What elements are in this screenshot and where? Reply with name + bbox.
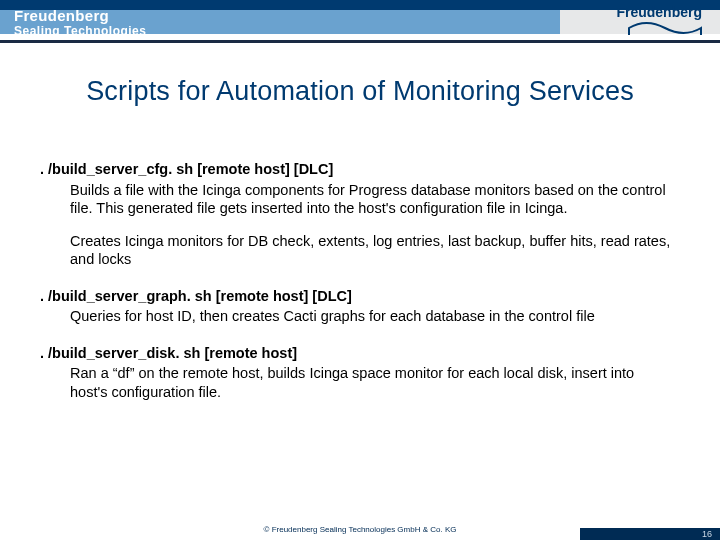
slide: Freudenberg Sealing Technologies Freuden… [0, 0, 720, 540]
script-2-description: Queries for host ID, then creates Cacti … [70, 307, 672, 326]
slide-content: . /build_server_cfg. sh [remote host] [D… [40, 160, 672, 419]
slide-footer: © Freudenberg Sealing Technologies GmbH … [0, 518, 720, 540]
script-1-description-2: Creates Icinga monitors for DB check, ex… [70, 232, 672, 269]
script-2-command: . /build_server_graph. sh [remote host] … [40, 287, 672, 306]
slide-title: Scripts for Automation of Monitoring Ser… [0, 76, 720, 107]
header-thin-line [0, 40, 720, 43]
slide-header: Freudenberg Sealing Technologies Freuden… [0, 0, 720, 64]
brand-right-name: Freudenberg [616, 4, 702, 20]
brand-left-line2: Sealing Technologies [14, 25, 146, 38]
script-3-command: . /build_server_disk. sh [remote host] [40, 344, 672, 363]
brand-left-line1: Freudenberg [14, 8, 146, 24]
brand-left: Freudenberg Sealing Technologies [14, 8, 146, 37]
script-1-description-1: Builds a file with the Icinga components… [70, 181, 672, 218]
brand-right: Freudenberg [616, 4, 702, 40]
script-3-description: Ran a “df” on the remote host, builds Ic… [70, 364, 672, 401]
footer-band [580, 528, 720, 540]
script-1-command: . /build_server_cfg. sh [remote host] [D… [40, 160, 672, 179]
brand-logo-icon [616, 21, 702, 40]
page-number: 16 [702, 528, 712, 540]
